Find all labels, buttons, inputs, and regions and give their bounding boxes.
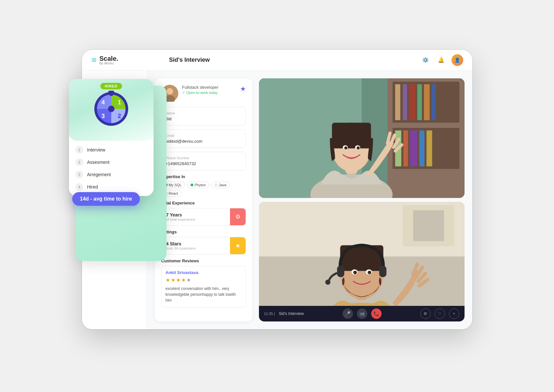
svg-point-51 bbox=[353, 271, 357, 274]
svg-rect-25 bbox=[419, 130, 424, 166]
experience-button[interactable]: ⚙ bbox=[230, 208, 246, 225]
end-call-button[interactable]: 📞 bbox=[371, 308, 382, 319]
phone-value: +149652845732 bbox=[166, 161, 242, 166]
email-label: Email bbox=[166, 134, 242, 137]
man-video-content bbox=[259, 202, 465, 321]
step-label-3: Arregement bbox=[87, 172, 111, 177]
video-settings-button[interactable]: ⚙ bbox=[420, 308, 431, 319]
hired-badge: HIRED bbox=[100, 83, 122, 89]
page-title: Sid's Interview bbox=[169, 57, 420, 63]
email-value: siddxd@devsu.com bbox=[166, 139, 242, 144]
svg-rect-18 bbox=[417, 84, 422, 120]
step-3: 3 Arregement bbox=[75, 171, 147, 178]
settings-icon[interactable]: ⚙️ bbox=[420, 55, 431, 65]
phyton-dot bbox=[191, 184, 193, 186]
step-label-4: Hired bbox=[87, 184, 98, 189]
ratings-button[interactable]: ★ bbox=[230, 237, 246, 254]
svg-rect-24 bbox=[410, 130, 417, 166]
star-badge-icon: ★ bbox=[240, 85, 246, 93]
expertise-title: Expertise In bbox=[161, 174, 246, 179]
logo-icon: ≋ bbox=[91, 56, 97, 64]
logo-area: ≋ Scale. by devsu bbox=[91, 55, 156, 65]
step-2: 2 Assesment bbox=[75, 158, 147, 166]
step-label-1: Interview bbox=[87, 147, 105, 152]
star-5: ★ bbox=[186, 277, 191, 283]
step-4: 4 Hired bbox=[75, 183, 147, 191]
step-1: 1 Interview bbox=[75, 146, 147, 154]
review-text: excelent conversation with him.. very kn… bbox=[166, 286, 242, 303]
app-header: ≋ Scale. by devsu Sid's Interview ⚙️ 🔔 👤 bbox=[82, 50, 472, 71]
svg-rect-20 bbox=[431, 84, 436, 120]
video-frame-man: 11:35 | Sid's Interview 🎤 📹 📞 bbox=[259, 202, 465, 321]
svg-rect-17 bbox=[409, 84, 415, 120]
phone-field: Phone Number +149652845732 bbox=[161, 152, 246, 170]
profile-info: Fullstack developer ✓ Open-to-work today bbox=[182, 85, 236, 95]
svg-point-6 bbox=[108, 106, 115, 112]
tag-phyton-label: Phyton bbox=[195, 183, 206, 187]
star-3: ★ bbox=[176, 277, 181, 283]
svg-rect-15 bbox=[395, 84, 400, 120]
svg-rect-53 bbox=[337, 266, 344, 277]
profile-role: Fullstack developer bbox=[182, 85, 236, 90]
ratings-stars-value: 4 Stars bbox=[166, 241, 225, 246]
svg-text:1: 1 bbox=[117, 99, 121, 106]
svg-rect-43 bbox=[413, 210, 444, 241]
notifications-icon[interactable]: 🔔 bbox=[436, 55, 446, 65]
step-num-2: 2 bbox=[75, 158, 83, 166]
video-icon: 📹 bbox=[359, 311, 365, 316]
svg-text:2: 2 bbox=[117, 113, 121, 119]
svg-text:4: 4 bbox=[101, 99, 104, 106]
video-time: 11:35 | bbox=[264, 312, 275, 316]
tag-java-label: Java bbox=[219, 183, 226, 187]
ratings-content: 4 Stars from 34 customers bbox=[162, 238, 230, 254]
svg-point-34 bbox=[344, 146, 347, 149]
video-controls-bar: 11:35 | Sid's Interview 🎤 📹 📞 bbox=[259, 306, 465, 321]
plus-icon: + bbox=[453, 311, 455, 316]
svg-text:3: 3 bbox=[101, 113, 104, 119]
add-button[interactable]: + bbox=[449, 308, 459, 319]
svg-rect-21 bbox=[392, 128, 459, 169]
header-icons: ⚙️ 🔔 👤 bbox=[420, 54, 463, 66]
phone-label: Phone Number bbox=[166, 156, 242, 160]
email-field: Email siddxd@devsu.com bbox=[161, 129, 246, 148]
star-4: ★ bbox=[181, 277, 186, 283]
tag-react-label: React bbox=[169, 191, 178, 195]
step-num-4: 4 bbox=[75, 183, 83, 191]
video-title: Sid's Interview bbox=[279, 311, 304, 316]
svg-rect-16 bbox=[403, 84, 407, 120]
svg-rect-23 bbox=[403, 130, 408, 166]
settings-ctrl-icon: ⚙ bbox=[424, 311, 427, 316]
woman-video-content bbox=[259, 78, 465, 198]
avg-time-pill: 14d - avg time to hire bbox=[72, 192, 140, 206]
step-num-3: 3 bbox=[75, 171, 83, 178]
checkmark-icon: ✓ bbox=[182, 90, 185, 95]
heart-icon: ♡ bbox=[438, 311, 441, 316]
svg-rect-26 bbox=[426, 130, 432, 166]
mobile-card: HIRED 1 2 bbox=[69, 79, 154, 196]
svg-point-35 bbox=[357, 146, 359, 149]
user-avatar[interactable]: 👤 bbox=[452, 54, 463, 66]
video-panel: 11:35 | Sid's Interview 🎤 📹 📞 bbox=[259, 78, 465, 321]
svg-rect-8 bbox=[108, 91, 114, 93]
step-num-1: 1 bbox=[75, 146, 83, 154]
video-frame-woman bbox=[259, 78, 465, 198]
star-2: ★ bbox=[171, 277, 175, 283]
mic-icon: 🎤 bbox=[345, 311, 350, 316]
name-value: Sid bbox=[166, 116, 242, 121]
experience-label: of total experience bbox=[166, 217, 225, 221]
star-icon: ★ bbox=[235, 242, 240, 249]
review-stars: ★ ★ ★ ★ ★ bbox=[166, 277, 242, 283]
steps-list: 1 Interview 2 Assesment 3 Arregement 4 H… bbox=[69, 141, 154, 196]
java-circle bbox=[215, 184, 217, 186]
tag-java: Java bbox=[211, 182, 230, 188]
experience-title: Total Experience bbox=[161, 201, 246, 205]
ratings-count-value: from 34 customers bbox=[166, 246, 225, 250]
step-label-2: Assesment bbox=[87, 160, 110, 165]
profile-header: Fullstack developer ✓ Open-to-work today… bbox=[161, 85, 246, 102]
video-toggle-button[interactable]: 📹 bbox=[357, 308, 367, 319]
mic-button[interactable]: 🎤 bbox=[343, 308, 353, 319]
review-card: Ankit Srivastava ★ ★ ★ ★ ★ excelent conv… bbox=[161, 266, 246, 307]
name-field: Name Sid bbox=[161, 107, 246, 125]
heart-button[interactable]: ♡ bbox=[435, 308, 445, 319]
end-call-icon: 📞 bbox=[373, 311, 379, 316]
